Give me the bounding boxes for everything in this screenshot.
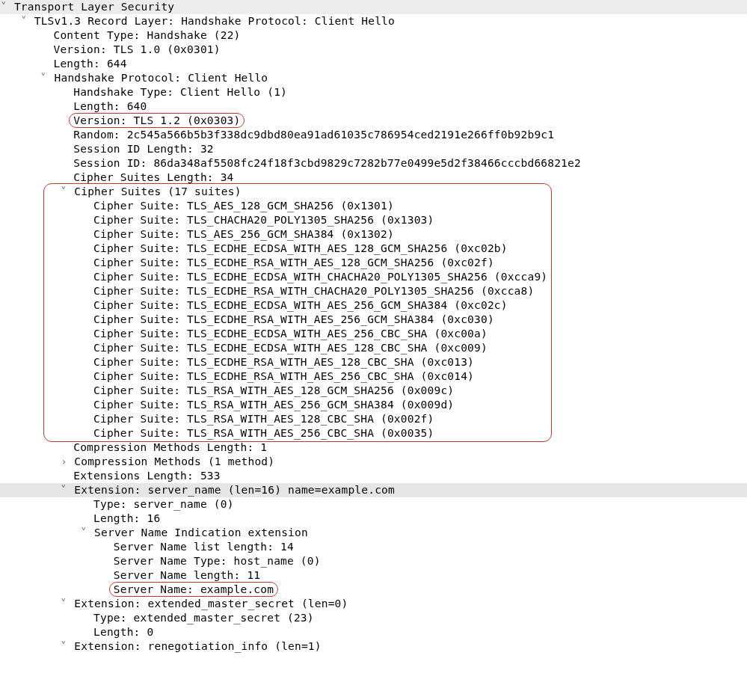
tree-item[interactable]: Server Name list length: 14 bbox=[0, 540, 747, 554]
tree-item-cipher-suite[interactable]: Cipher Suite: TLS_AES_256_GCM_SHA384 (0x… bbox=[0, 227, 747, 242]
tree-item[interactable]: Session ID: 86da348af5508fc24f18f3cbd982… bbox=[0, 156, 747, 171]
tree-item-ext-server-name[interactable]: Extension: server_name (len=16) name=exa… bbox=[0, 483, 747, 497]
tree-item-cipher-suite[interactable]: Cipher Suite: TLS_ECDHE_ECDSA_WITH_AES_2… bbox=[0, 327, 747, 341]
tree-item[interactable]: Version: TLS 1.0 (0x0301) bbox=[0, 43, 747, 57]
field-value: Session ID Length: 32 bbox=[73, 143, 214, 155]
tree-label: Extension: server_name (len=16) name=exa… bbox=[74, 484, 395, 496]
tree-item-ext-ems[interactable]: Extension: extended_master_secret (len=0… bbox=[0, 597, 747, 611]
field-value: Cipher Suite: TLS_ECDHE_ECDSA_WITH_AES_1… bbox=[93, 242, 508, 254]
field-value: Cipher Suite: TLS_RSA_WITH_AES_256_GCM_S… bbox=[93, 399, 454, 411]
tree-item-cipher-suite[interactable]: Cipher Suite: TLS_ECDHE_RSA_WITH_AES_256… bbox=[0, 369, 747, 384]
field-value: Random: 2c545a566b5b3f338dc9dbd80ea91ad6… bbox=[73, 129, 554, 141]
tree-item-cipher-suites[interactable]: Cipher Suites (17 suites) bbox=[0, 185, 747, 199]
tree-item[interactable]: Server Name Type: host_name (0) bbox=[0, 554, 747, 568]
tree-item-record[interactable]: TLSv1.3 Record Layer: Handshake Protocol… bbox=[0, 14, 747, 28]
tree-item-sni[interactable]: Server Name Indication extension bbox=[0, 526, 747, 540]
tree-item[interactable]: Content Type: Handshake (22) bbox=[0, 28, 747, 43]
field-value: Server Name length: 11 bbox=[114, 569, 260, 581]
tree-item[interactable]: Session ID Length: 32 bbox=[0, 142, 747, 156]
tree-item-compression-methods[interactable]: Compression Methods (1 method) bbox=[0, 455, 747, 469]
tree-item[interactable]: Random: 2c545a566b5b3f338dc9dbd80ea91ad6… bbox=[0, 128, 747, 142]
tree-label: Compression Methods (1 method) bbox=[74, 455, 274, 467]
chevron-down-icon bbox=[60, 185, 67, 199]
tree-item[interactable]: Length: 0 bbox=[0, 625, 747, 639]
tree-item-cipher-suite[interactable]: Cipher Suite: TLS_ECDHE_RSA_WITH_AES_256… bbox=[0, 313, 747, 327]
field-value: Length: 0 bbox=[93, 626, 153, 638]
tree-item[interactable]: Type: extended_master_secret (23) bbox=[0, 611, 747, 625]
field-value: Length: 640 bbox=[73, 100, 147, 112]
field-value: Cipher Suite: TLS_CHACHA20_POLY1305_SHA2… bbox=[93, 214, 434, 226]
field-value: Version: TLS 1.0 (0x0301) bbox=[53, 43, 220, 55]
field-value: Cipher Suite: TLS_AES_128_GCM_SHA256 (0x… bbox=[93, 200, 394, 212]
tree-item[interactable]: Compression Methods Length: 1 bbox=[0, 440, 747, 455]
tree-item-server-name[interactable]: Server Name: example.com bbox=[0, 583, 747, 597]
tree-item-tls[interactable]: Transport Layer Security bbox=[0, 0, 747, 14]
tree-item-cipher-suite[interactable]: Cipher Suite: TLS_ECDHE_RSA_WITH_AES_128… bbox=[0, 256, 747, 270]
tree-label: Server Name Indication extension bbox=[94, 526, 308, 538]
field-value: Compression Methods Length: 1 bbox=[73, 441, 267, 453]
tree-label: Extension: extended_master_secret (len=0… bbox=[74, 598, 348, 610]
tree-item-cipher-suite[interactable]: Cipher Suite: TLS_ECDHE_ECDSA_WITH_CHACH… bbox=[0, 270, 747, 284]
field-value: Cipher Suite: TLS_ECDHE_ECDSA_WITH_AES_2… bbox=[93, 299, 508, 311]
tree-label: Handshake Protocol: Client Hello bbox=[55, 72, 268, 84]
tree-item-cipher-suite[interactable]: Cipher Suite: TLS_ECDHE_RSA_WITH_CHACHA2… bbox=[0, 284, 747, 298]
chevron-down-icon bbox=[20, 14, 28, 28]
tree-item-cipher-suite[interactable]: Cipher Suite: TLS_RSA_WITH_AES_128_GCM_S… bbox=[0, 384, 747, 398]
chevron-right-icon bbox=[60, 455, 67, 469]
field-value: Cipher Suite: TLS_ECDHE_ECDSA_WITH_AES_2… bbox=[93, 328, 488, 340]
tree-item-cipher-suite[interactable]: Cipher Suite: TLS_RSA_WITH_AES_256_GCM_S… bbox=[0, 398, 747, 412]
field-value: Server Name list length: 14 bbox=[114, 541, 294, 553]
tree-item-cipher-suite[interactable]: Cipher Suite: TLS_ECDHE_ECDSA_WITH_AES_2… bbox=[0, 298, 747, 313]
field-value: Cipher Suite: TLS_RSA_WITH_AES_128_GCM_S… bbox=[93, 384, 454, 396]
tree-label: TLSv1.3 Record Layer: Handshake Protocol… bbox=[34, 15, 395, 27]
chevron-down-icon bbox=[0, 0, 7, 14]
chevron-down-icon bbox=[60, 639, 67, 654]
field-value: Session ID: 86da348af5508fc24f18f3cbd982… bbox=[73, 157, 581, 169]
field-value: Version: TLS 1.2 (0x0303) bbox=[73, 114, 240, 126]
tree-item[interactable]: Cipher Suites Length: 34 bbox=[0, 171, 747, 185]
field-value: Cipher Suites Length: 34 bbox=[73, 171, 233, 183]
tree-item[interactable]: Server Name length: 11 bbox=[0, 568, 747, 583]
tree-item[interactable]: Length: 16 bbox=[0, 512, 747, 526]
tree-item-cipher-suite[interactable]: Cipher Suite: TLS_ECDHE_ECDSA_WITH_AES_1… bbox=[0, 242, 747, 256]
tree-item[interactable]: Extensions Length: 533 bbox=[0, 469, 747, 483]
field-value: Cipher Suite: TLS_ECDHE_RSA_WITH_CHACHA2… bbox=[93, 285, 534, 297]
field-value: Cipher Suite: TLS_ECDHE_RSA_WITH_AES_256… bbox=[93, 313, 494, 325]
field-value: Server Name Type: host_name (0) bbox=[114, 555, 321, 567]
tree-label: Transport Layer Security bbox=[14, 1, 174, 13]
tree-item-ext-ri[interactable]: Extension: renegotiation_info (len=1) bbox=[0, 639, 747, 654]
chevron-down-icon bbox=[80, 526, 87, 540]
field-value: Cipher Suite: TLS_ECDHE_RSA_WITH_AES_128… bbox=[93, 356, 474, 368]
chevron-down-icon bbox=[40, 71, 48, 85]
field-value: Cipher Suite: TLS_RSA_WITH_AES_128_CBC_S… bbox=[93, 413, 434, 425]
tree-label: Cipher Suites (17 suites) bbox=[74, 185, 241, 197]
field-value: Cipher Suite: TLS_AES_256_GCM_SHA384 (0x… bbox=[93, 228, 394, 240]
field-value: Length: 16 bbox=[93, 512, 160, 524]
field-value: Handshake Type: Client Hello (1) bbox=[73, 86, 287, 98]
field-value: Cipher Suite: TLS_ECDHE_RSA_WITH_AES_256… bbox=[93, 370, 474, 382]
tree-item-cipher-suite[interactable]: Cipher Suite: TLS_RSA_WITH_AES_256_CBC_S… bbox=[0, 426, 747, 440]
tree-item-handshake[interactable]: Handshake Protocol: Client Hello bbox=[0, 71, 747, 85]
field-value: Length: 644 bbox=[53, 58, 126, 70]
field-value: Cipher Suite: TLS_RSA_WITH_AES_256_CBC_S… bbox=[93, 427, 434, 439]
field-value: Cipher Suite: TLS_ECDHE_ECDSA_WITH_AES_1… bbox=[93, 342, 488, 354]
field-value: Server Name: example.com bbox=[114, 583, 274, 595]
field-value: Content Type: Handshake (22) bbox=[53, 29, 240, 41]
field-value: Type: server_name (0) bbox=[93, 498, 234, 510]
chevron-down-icon bbox=[60, 597, 67, 611]
packet-dissection-tree: Transport Layer Security TLSv1.3 Record … bbox=[0, 0, 747, 654]
tree-label: Extension: renegotiation_info (len=1) bbox=[74, 640, 321, 652]
field-value: Type: extended_master_secret (23) bbox=[93, 612, 314, 624]
tree-item-version[interactable]: Version: TLS 1.2 (0x0303) bbox=[0, 114, 747, 128]
tree-item-cipher-suite[interactable]: Cipher Suite: TLS_CHACHA20_POLY1305_SHA2… bbox=[0, 213, 747, 227]
tree-item[interactable]: Type: server_name (0) bbox=[0, 497, 747, 512]
tree-item[interactable]: Handshake Type: Client Hello (1) bbox=[0, 85, 747, 99]
field-value: Cipher Suite: TLS_ECDHE_ECDSA_WITH_CHACH… bbox=[93, 271, 547, 283]
tree-item-cipher-suite[interactable]: Cipher Suite: TLS_AES_128_GCM_SHA256 (0x… bbox=[0, 199, 747, 213]
tree-item[interactable]: Length: 644 bbox=[0, 57, 747, 71]
tree-item[interactable]: Length: 640 bbox=[0, 99, 747, 114]
field-value: Cipher Suite: TLS_ECDHE_RSA_WITH_AES_128… bbox=[93, 257, 494, 268]
tree-item-cipher-suite[interactable]: Cipher Suite: TLS_ECDHE_RSA_WITH_AES_128… bbox=[0, 355, 747, 369]
tree-item-cipher-suite[interactable]: Cipher Suite: TLS_RSA_WITH_AES_128_CBC_S… bbox=[0, 412, 747, 426]
tree-item-cipher-suite[interactable]: Cipher Suite: TLS_ECDHE_ECDSA_WITH_AES_1… bbox=[0, 341, 747, 355]
